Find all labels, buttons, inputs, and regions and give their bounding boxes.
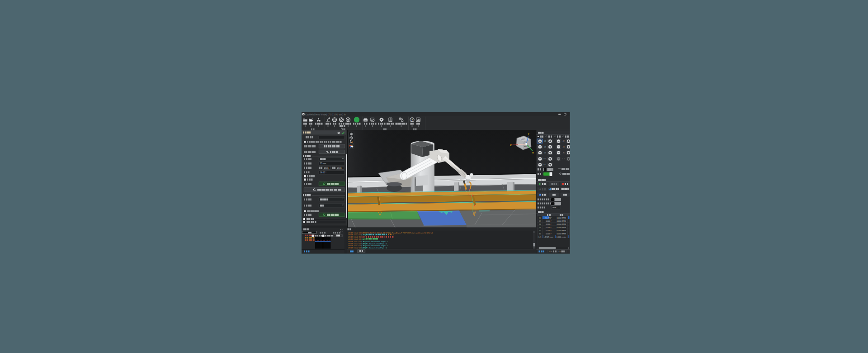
svg-text:?: ? — [411, 118, 413, 121]
svg-text:Y: Y — [532, 152, 534, 154]
svg-text:X: X — [510, 144, 512, 147]
